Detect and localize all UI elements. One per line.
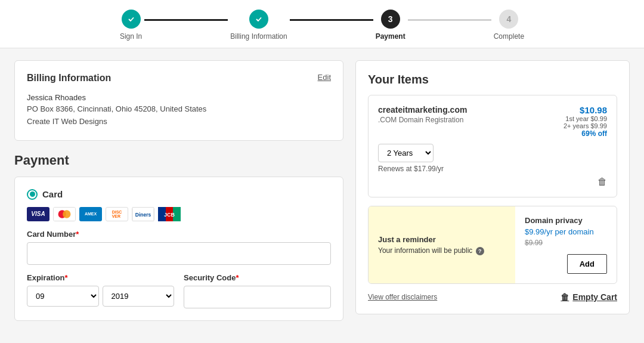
payment-card: Card VISA AMEX DISCVER Diners JCB [14,177,343,321]
expiration-month-select[interactable]: 09 01020304 05060708 101112 [27,286,99,307]
privacy-original-price: $9.99 [525,239,607,247]
connector-3 [408,19,491,21]
svg-point-1 [254,14,264,24]
footer-row: View offer disclaimers 🗑 Empty Cart [368,292,617,302]
step-1-circle [122,10,141,29]
card-radio-row[interactable]: Card [27,189,331,200]
reminder-title: Just a reminder [378,235,506,244]
empty-cart-button[interactable]: 🗑 Empty Cart [561,292,617,302]
progress-bar: Sign In Billing Information 3 Payment 4 … [0,0,644,48]
svg-point-4 [63,210,70,218]
svg-point-0 [126,14,136,24]
expiration-label: Expiration* [27,273,174,282]
payment-section: Payment Card VISA AMEX DISCVER [14,153,343,321]
billing-info-card: Billing Information Edit Jessica Rhoades… [14,60,343,141]
privacy-price: $9.99/yr per domain [525,227,607,236]
security-code-input[interactable] [184,286,331,308]
domain-item-card: createitmarketing.com .COM Domain Regist… [368,95,617,197]
main-content: Billing Information Edit Jessica Rhoades… [0,48,644,338]
connector-1 [144,19,228,21]
reminder-text: Your information will be public ? [378,246,506,255]
right-panel: Your Items createitmarketing.com .COM Do… [355,60,630,326]
step-1-label: Sign In [120,32,142,41]
privacy-title: Domain privacy [525,216,607,225]
step-3-circle: 3 [381,10,400,29]
step-4-circle: 4 [499,10,518,29]
diners-icon: Diners [132,207,154,221]
domain-privacy-card: Just a reminder Your information will be… [368,206,617,284]
step-3-label: Payment [376,32,405,41]
domain-type: .COM Domain Registration [378,116,467,124]
step-sign-in: Sign In [120,10,142,41]
discover-icon: DISCVER [106,207,128,221]
add-privacy-button[interactable]: Add [567,254,607,274]
disclaimer-link[interactable]: View offer disclaimers [368,293,437,301]
mastercard-icon [53,207,76,221]
card-number-input[interactable] [27,242,331,265]
domain-name: createitmarketing.com [378,105,467,115]
your-items-title: Your Items [368,73,617,86]
info-icon: ? [476,247,484,255]
card-method-label: Card [42,189,63,199]
reminder-box: Just a reminder Your information will be… [369,206,515,283]
expiration-year-select[interactable]: 201920202021 2022202320242025 [103,286,175,307]
radio-dot [30,191,35,197]
left-panel: Billing Information Edit Jessica Rhoades… [14,60,343,326]
svg-text:JCB: JCB [164,212,175,218]
exp-security-row: Expiration* 09 01020304 05060708 101112 … [27,273,331,308]
discount-badge: 69% off [564,129,607,138]
step-4-label: Complete [494,32,524,41]
amex-icon: AMEX [79,207,102,221]
billing-header: Billing Information Edit [27,73,331,84]
billing-name: Jessica Rhoades [27,93,331,102]
step-2-circle [249,10,268,29]
visa-icon: VISA [27,207,49,221]
payment-heading: Payment [14,153,343,168]
security-code-field: Security Code* [184,273,331,308]
delete-row: 🗑 [378,177,607,187]
delete-item-button[interactable]: 🗑 [597,177,607,187]
domain-pricing: $10.98 1st year $0.99 2+ years $9.99 69%… [564,105,607,138]
security-code-label: Security Code* [184,273,331,282]
card-radio[interactable] [27,189,38,200]
your-items-card: Your Items createitmarketing.com .COM Do… [355,60,630,314]
card-icons: VISA AMEX DISCVER Diners JCB [27,207,331,221]
jcb-icon: JCB [158,207,181,221]
domain-price: $10.98 [564,105,607,115]
edit-link[interactable]: Edit [318,73,331,82]
first-year-price: 1st year $0.99 [564,115,607,122]
connector-2 [290,19,373,21]
privacy-details: Domain privacy $9.99/yr per domain $9.99… [515,206,617,283]
expiration-field: Expiration* 09 01020304 05060708 101112 … [27,273,174,308]
step-payment: 3 Payment [376,10,405,41]
years-select[interactable]: 1 Year 2 Years 3 Years 5 Years 10 Years [378,144,434,162]
svg-text:Diners: Diners [135,211,151,217]
subsequent-years-price: 2+ years $9.99 [564,122,607,129]
trash-icon: 🗑 [561,292,569,302]
expiration-selects: 09 01020304 05060708 101112 201920202021… [27,286,174,307]
year-select-row: 1 Year 2 Years 3 Years 5 Years 10 Years [378,144,607,162]
billing-info-title: Billing Information [27,73,111,84]
billing-address: PO Box 8366, Cincinnati, Ohio 45208, Uni… [27,103,331,128]
renew-text: Renews at $17.99/yr [378,165,607,173]
step-complete: 4 Complete [494,10,524,41]
step-billing: Billing Information [230,10,287,41]
domain-info: createitmarketing.com .COM Domain Regist… [378,105,467,124]
domain-item-top: createitmarketing.com .COM Domain Regist… [378,105,607,138]
card-number-label: Card Number* [27,230,331,239]
step-2-label: Billing Information [230,32,287,41]
